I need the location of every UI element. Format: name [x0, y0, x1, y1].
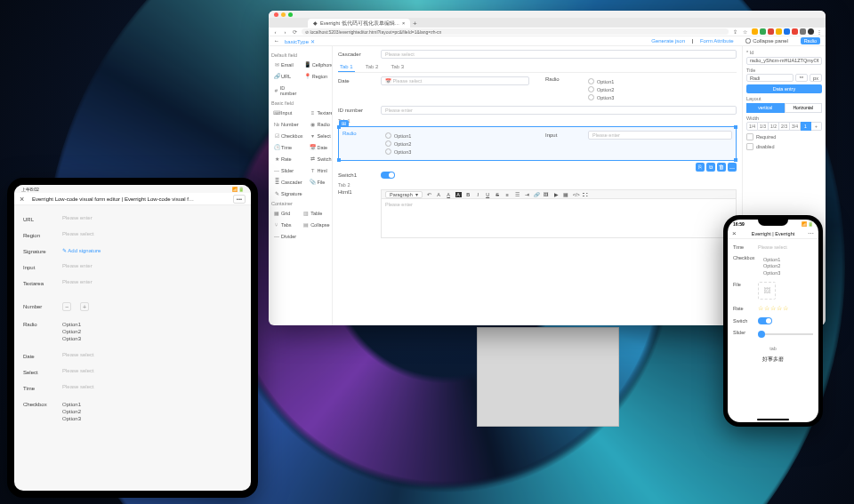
field-palette-item[interactable]: #ID number [271, 83, 301, 98]
field-palette-item[interactable]: ★Rate [271, 154, 305, 164]
reload-icon[interactable]: ⟳ [292, 28, 298, 35]
indent-icon[interactable]: ⇥ [524, 192, 530, 197]
field-palette-item[interactable]: ✉Email [271, 60, 301, 69]
underline-icon[interactable]: U [485, 192, 491, 197]
text-input[interactable]: Please enter [62, 263, 242, 268]
tab[interactable]: Tab 1 [338, 62, 355, 72]
home-indicator[interactable] [757, 419, 789, 421]
field-palette-item[interactable]: ▦Grid [271, 208, 299, 218]
minus-icon[interactable]: − [62, 302, 71, 311]
field-palette-item[interactable]: 📍Region [302, 71, 333, 81]
close-icon[interactable]: × [20, 195, 28, 204]
list-icon[interactable]: ☰ [514, 192, 520, 197]
menu-button[interactable]: ••• [233, 195, 246, 204]
url-input[interactable]: Please enter [62, 215, 242, 220]
address-input[interactable]: ⊘ localhost:5203/everrighteditor.html?la… [302, 28, 729, 35]
slider[interactable] [758, 331, 813, 335]
field-palette-item[interactable]: ≡Textarea [307, 108, 333, 117]
field-palette-item[interactable]: ☑Checkbox [271, 131, 305, 140]
collapse-checkbox[interactable] [745, 38, 751, 44]
collapse-panel-toggle[interactable]: Collapse panel [745, 38, 788, 44]
rte-editor[interactable]: Please enter [381, 199, 737, 238]
width-opt[interactable]: 1/2 [769, 122, 779, 131]
width-opt[interactable]: 1/3 [758, 122, 769, 131]
menu-icon[interactable]: ⋯ [807, 230, 814, 237]
file-upload-box[interactable]: 🖼 [758, 282, 776, 300]
data-entry-button[interactable]: Data entry [746, 84, 822, 93]
font-size-icon[interactable]: A [436, 192, 442, 197]
date-input[interactable]: 📅 Please select [381, 76, 529, 85]
ext-icon[interactable] [784, 28, 790, 35]
italic-icon[interactable]: I [475, 192, 481, 197]
field-palette-item[interactable]: ⇄Switch [307, 154, 333, 164]
link-icon[interactable]: 🔗 [534, 192, 540, 197]
width-add[interactable]: + [811, 122, 822, 131]
menu-icon[interactable]: ⋮ [816, 28, 822, 35]
more-button[interactable]: ⋯ [728, 163, 737, 172]
switch-toggle[interactable] [758, 317, 772, 324]
field-palette-item[interactable]: 📅Date [307, 142, 333, 152]
width-opt[interactable]: 2/3 [779, 122, 790, 131]
nav-back-icon[interactable]: ‹ [272, 28, 278, 35]
bold-icon[interactable]: B [465, 192, 471, 197]
font-color-icon[interactable]: A [446, 192, 452, 197]
checkbox-group[interactable]: Option1Option2Option3 [758, 255, 813, 276]
radio-group[interactable]: Option1Option2Option3 [62, 320, 242, 343]
field-palette-item[interactable]: —Slider [271, 165, 305, 175]
field-palette-item[interactable]: ✎Signature [271, 188, 305, 198]
rte-paragraph-select[interactable]: Paragraph ▾ [385, 191, 423, 198]
disabled-checkbox[interactable]: disabled [746, 143, 822, 150]
field-palette-item[interactable]: 🔗URL [271, 71, 301, 81]
checkbox-group[interactable]: Option1Option2Option3 [62, 400, 242, 423]
field-palette-item[interactable]: THtml [307, 165, 333, 175]
tab[interactable]: Tab 2 [364, 62, 381, 72]
time-select[interactable]: Please select [758, 244, 813, 250]
radio-option[interactable]: Option1 [385, 132, 529, 139]
image-icon[interactable]: 🖼 [544, 192, 550, 197]
field-palette-item[interactable]: ⑂Tabs [271, 220, 299, 229]
radio-option[interactable]: Option2 [588, 86, 737, 92]
nav-forward-icon[interactable]: › [282, 28, 288, 35]
share-icon[interactable]: ⇪ [732, 28, 738, 35]
close-dot[interactable] [274, 12, 278, 17]
tablet-form[interactable]: URLPlease enter RegionPlease select Sign… [14, 205, 251, 491]
new-tab-button[interactable]: + [410, 20, 419, 28]
width-opt[interactable]: 1/4 [746, 122, 758, 131]
phone-form[interactable]: TimePlease select CheckboxOption1Option2… [728, 239, 818, 422]
delete-button[interactable]: 🗑 [717, 163, 726, 172]
code-icon[interactable]: </> [573, 192, 579, 197]
tab-label[interactable]: tab [733, 346, 813, 351]
browser-tab[interactable]: ◆ Everright 低代码可视化表单编辑… × [308, 19, 410, 28]
bookmark-icon[interactable]: ☆ [742, 28, 748, 35]
radio-option[interactable]: Option3 [588, 94, 737, 100]
field-palette-item[interactable]: 📎File [307, 177, 333, 187]
layout-toggle[interactable]: vertical Horizontal [746, 103, 822, 113]
radio-option[interactable]: Option3 [385, 148, 529, 155]
video-icon[interactable]: ▶ [553, 192, 560, 197]
field-palette-item[interactable]: 📱Cellphone [302, 60, 333, 69]
layout-vertical[interactable]: vertical [746, 103, 785, 113]
radio-option[interactable]: Option1 [588, 78, 737, 84]
plus-icon[interactable]: + [80, 302, 89, 311]
fullscreen-icon[interactable]: ⛶ [583, 192, 589, 197]
bg-color-icon[interactable]: A [455, 192, 462, 197]
textarea-input[interactable]: Please enter [62, 279, 242, 284]
ext-icon[interactable] [800, 28, 806, 35]
radio-option[interactable]: Option2 [385, 140, 529, 147]
field-palette-item[interactable]: ◉Radio [307, 119, 333, 129]
ext-icon[interactable] [776, 28, 782, 35]
idnumber-input[interactable]: Please enter [381, 106, 737, 115]
align-icon[interactable]: ≡ [504, 192, 511, 197]
field-palette-item[interactable]: №Number [271, 119, 305, 129]
duplicate-button[interactable]: ⧉ [706, 163, 715, 172]
avatar[interactable] [808, 28, 814, 35]
field-palette-item[interactable]: ▥Table [301, 208, 332, 218]
generate-json-link[interactable]: Generate json [651, 38, 685, 44]
ext-icon[interactable] [752, 28, 758, 35]
ext-icon[interactable] [760, 28, 766, 35]
ext-icon[interactable] [792, 28, 798, 35]
prop-title-px[interactable] [810, 74, 822, 82]
number-stepper[interactable]: −+ [62, 302, 242, 311]
strike-icon[interactable]: S [495, 192, 501, 197]
width-opt[interactable]: 1 [801, 122, 811, 131]
